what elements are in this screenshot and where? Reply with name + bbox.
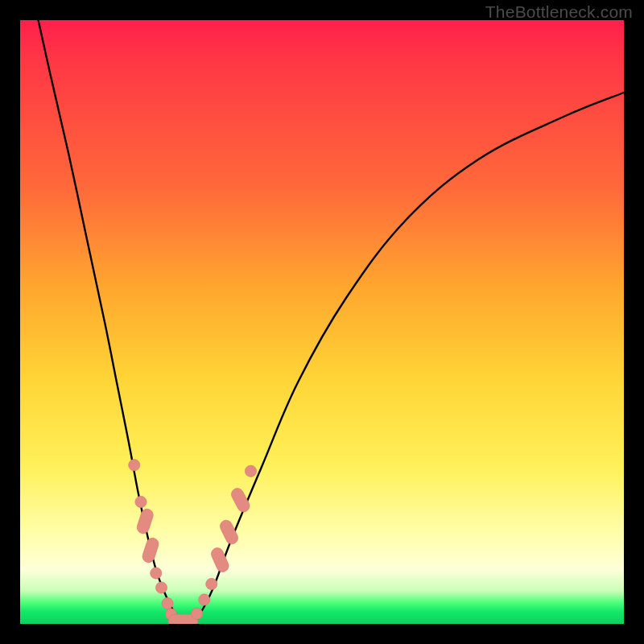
watermark-text: TheBottleneck.com — [485, 2, 633, 22]
data-point-capsule — [218, 518, 240, 547]
data-point-dot — [135, 496, 147, 507]
data-point-dot — [206, 578, 217, 589]
data-point-markers — [129, 460, 257, 624]
data-point-capsule — [135, 507, 155, 535]
outer-black-frame: TheBottleneck.com — [0, 0, 644, 644]
data-point-dot — [151, 568, 162, 579]
data-point-dot — [129, 460, 140, 471]
data-point-capsule — [141, 536, 160, 564]
plot-area — [20, 20, 624, 624]
data-point-dot — [245, 465, 256, 477]
chart-svg — [20, 20, 624, 624]
data-point-dot — [162, 597, 173, 609]
data-point-dot — [155, 582, 167, 593]
bottleneck-curve — [39, 20, 625, 622]
data-point-dot — [192, 608, 203, 619]
data-point-dot — [199, 594, 210, 605]
bottleneck-curve-path — [39, 20, 625, 622]
